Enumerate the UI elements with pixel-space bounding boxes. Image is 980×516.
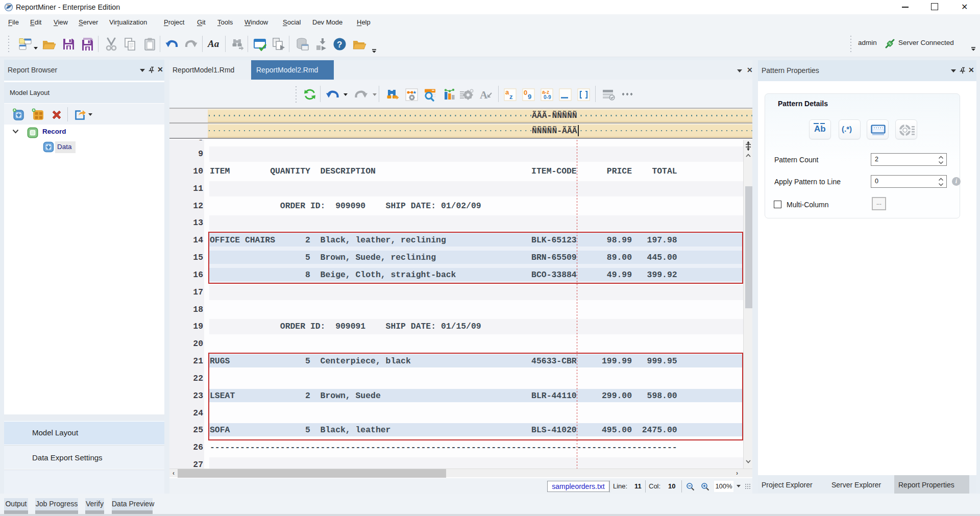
svg-text:A: A <box>480 89 488 101</box>
svg-text:9: 9 <box>528 93 531 101</box>
svg-text:a: a <box>505 88 509 96</box>
svg-text:0-9: 0-9 <box>544 94 551 100</box>
svg-text:?: ? <box>337 40 342 50</box>
svg-text:z: z <box>509 93 513 101</box>
svg-text:0: 0 <box>524 89 527 96</box>
